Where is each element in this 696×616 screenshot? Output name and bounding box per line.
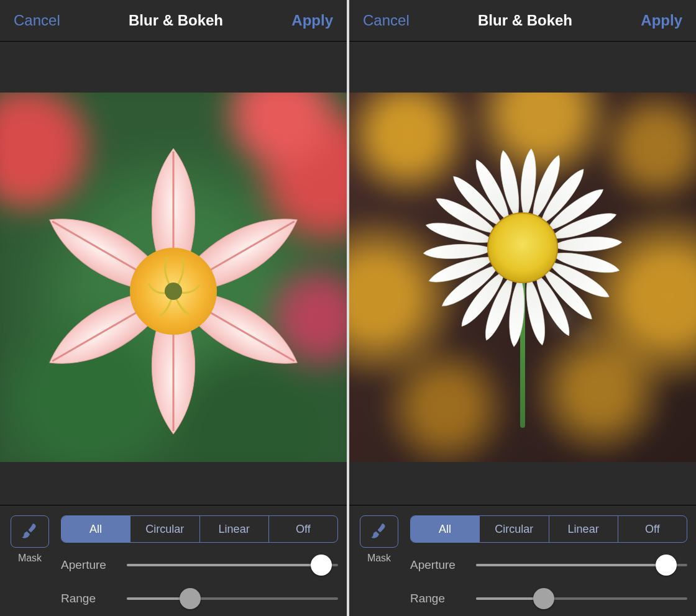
apply-button[interactable]: Apply xyxy=(641,12,682,29)
segment-off[interactable]: Off xyxy=(618,516,687,542)
apply-button[interactable]: Apply xyxy=(291,12,333,29)
mask-button[interactable] xyxy=(360,515,398,548)
focus-mode-segmented[interactable]: All Circular Linear Off xyxy=(61,515,338,543)
controls-panel: Mask All Circular Linear Off Aperture xyxy=(0,505,347,616)
flower-tulip xyxy=(30,130,316,440)
brush-icon xyxy=(19,521,40,542)
mask-label: Mask xyxy=(18,553,42,564)
editor-screen-left: Cancel Blur & Bokeh Apply xyxy=(0,0,347,616)
segment-circular[interactable]: Circular xyxy=(130,516,199,542)
flower-daisy xyxy=(411,136,634,360)
segment-off[interactable]: Off xyxy=(268,516,337,542)
svg-point-1 xyxy=(165,283,182,300)
mask-button[interactable] xyxy=(11,515,49,548)
cancel-button[interactable]: Cancel xyxy=(363,12,410,29)
segment-circular[interactable]: Circular xyxy=(479,516,548,542)
segment-linear[interactable]: Linear xyxy=(549,516,618,542)
page-title: Blur & Bokeh xyxy=(129,12,223,29)
cancel-button[interactable]: Cancel xyxy=(14,12,60,29)
segment-linear[interactable]: Linear xyxy=(199,516,268,542)
image-preview[interactable] xyxy=(349,93,696,462)
editor-screen-right: Cancel Blur & Bokeh Apply xyxy=(349,0,696,616)
range-slider[interactable] xyxy=(127,587,338,610)
range-label: Range xyxy=(61,592,117,605)
header: Cancel Blur & Bokeh Apply xyxy=(349,0,696,42)
image-preview[interactable] xyxy=(0,93,347,462)
focus-mode-segmented[interactable]: All Circular Linear Off xyxy=(410,515,687,543)
aperture-slider[interactable] xyxy=(127,554,338,576)
controls-panel: Mask All Circular Linear Off Aperture xyxy=(349,505,696,616)
aperture-label: Aperture xyxy=(61,558,117,572)
segment-all[interactable]: All xyxy=(411,516,479,542)
page-title: Blur & Bokeh xyxy=(478,12,572,29)
range-slider[interactable] xyxy=(476,587,687,610)
range-label: Range xyxy=(410,592,466,605)
aperture-label: Aperture xyxy=(410,558,466,572)
header: Cancel Blur & Bokeh Apply xyxy=(0,0,347,42)
brush-icon xyxy=(369,521,390,542)
aperture-slider[interactable] xyxy=(476,554,687,576)
segment-all[interactable]: All xyxy=(62,516,130,542)
mask-label: Mask xyxy=(367,553,391,564)
